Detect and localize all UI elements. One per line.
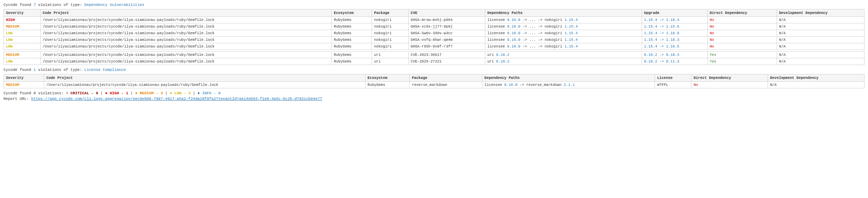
cell-project: /Users/ilyasiamionau/projects/cycode/ily… [40,37,331,43]
col-dev-dep-1: Development Dependency [777,9,864,17]
cell-direct: No [707,43,777,50]
cell-direct: No [707,23,777,30]
cell-dev-dep: N/A [768,82,864,88]
cell-project: /Users/ilyasiamionau/projects/cycode/ily… [44,82,365,88]
cell-project: /Users/ilyasiamionau/projects/cycode/ily… [40,30,331,37]
col-package-2: Package [410,74,482,82]
cell-project: /Users/ilyasiamionau/projects/cycode/ily… [40,58,331,65]
cell-upgrade: 1.15.4 -> 1.18.8 [642,30,707,37]
cell-severity: MEDIUM [4,52,41,58]
cell-severity: LOW [4,58,41,65]
col-dev-dep-2: Development Dependency [768,74,864,82]
cell-upgrade: 0.10.2 -> 0.10.3 [642,52,707,58]
cell-cve: CVE-2023-36617 [408,52,485,58]
cell-ecosystem: RubyGems [332,43,372,50]
cell-cve: GHSA-r9Sh-9x8f-r3f7 [408,43,485,50]
cell-dep-path: licensee 9.16.0 -> ... -> nokogiri 1.15.… [485,17,642,23]
cell-direct: Yes [707,58,777,65]
cell-upgrade: 1.15.4 -> 1.18.3 [642,37,707,43]
cell-dep-path: licensee 9.16.0 -> ... -> nokogiri 1.15.… [485,37,642,43]
col-code-project-2: Code Project [44,74,365,82]
col-ecosystem-1: Ecosystem [332,9,372,17]
summary-type-2: License Compliance [84,68,126,72]
col-ecosystem-2: Ecosystem [365,74,410,82]
cell-direct: No [707,17,777,23]
col-dep-paths-2: Dependency Paths [482,74,655,82]
cell-dep-path: licensee 9.16.0 -> reverse_markdown 2.1.… [482,82,655,88]
license-table: Severity Code Project Ecosystem Package … [3,74,865,88]
cell-cve: GHSA-xc9x-jj77-9p9j [408,23,485,30]
cell-severity: HIGH [4,17,41,23]
cell-dev-dep: N/A [777,17,864,23]
cell-package: nokogiri [372,43,409,50]
col-severity-1: Severity [4,9,41,17]
footer-low: ● LOW - 4 [170,91,190,95]
cell-ecosystem: RubyGems [332,23,372,30]
cell-dep-path: licensee 9.16.0 -> ... -> nokogiri 1.15.… [485,23,642,30]
col-dep-paths-1: Dependency Paths [485,9,642,17]
table-row: LOW /Users/ilyasiamionau/projects/cycode… [4,30,865,37]
cell-license: WTFPL [655,82,691,88]
footer-line: Cycode found 8 violations: ! CRITICAL - … [3,91,865,95]
col-cve: CVE [408,9,485,17]
cell-project: /Users/ilyasiamionau/projects/cycode/ily… [40,43,331,50]
col-license: License [655,74,691,82]
summary-pre-2: Cycode found [3,68,34,72]
cell-direct: No [691,82,768,88]
cell-severity: LOW [4,37,41,43]
cell-severity: MEDIUM [4,82,44,88]
cell-dep-path: uri 0.10.2 [485,58,642,65]
summary-mid-2: violations of type: [36,68,84,72]
cell-severity: MEDIUM [4,23,41,30]
cell-direct: No [707,30,777,37]
col-direct-dep-1: Direct Dependency [707,9,777,17]
cell-cve: GHSA-mrxw-mxhj-p664 [408,17,485,23]
cell-severity: LOW [4,30,41,37]
cell-upgrade: 0.10.2 -> 0.11.3 [642,58,707,65]
cell-dev-dep: N/A [777,52,864,58]
cell-package: nokogiri [372,37,409,43]
cell-cve: GHSA-Sw6v-399v-w3cc [408,30,485,37]
cell-dev-dep: N/A [777,37,864,43]
cell-package: uri [372,58,409,65]
col-package-1: Package [372,9,409,17]
col-severity-2: Severity [4,74,44,82]
cell-dep-path: licensee 9.16.0 -> ... -> nokogiri 1.15.… [485,43,642,50]
table-row: LOW /Users/ilyasiamionau/projects/cycode… [4,37,865,43]
cell-dev-dep: N/A [777,30,864,37]
cell-dev-dep: N/A [777,43,864,50]
table-row: MEDIUM /Users/ilyasiamionau/projects/cyc… [4,82,865,88]
cell-severity: LOW [4,43,41,50]
cell-ecosystem: RubyGems [332,30,372,37]
summary-pre-1: Cycode found [3,3,34,7]
cell-upgrade: 1.15.4 -> 1.15.6 [642,23,707,30]
cell-package: nokogiri [372,17,409,23]
cell-ecosystem: RubyGems [332,52,372,58]
cell-package: uri [372,52,409,58]
footer-info: ● INFO - 0 [198,91,221,95]
table-row: LOW /Users/ilyasiamionau/projects/cycode… [4,43,865,50]
table-row: LOW /Users/ilyasiamionau/projects/cycode… [4,58,865,65]
cell-upgrade: 1.15.4 -> 1.18.4 [642,17,707,23]
cell-dev-dep: N/A [777,58,864,65]
summary-type-1: Dependency Vulnerabilities [84,3,144,7]
cell-project: /Users/ilyasiamionau/projects/cycode/ily… [40,23,331,30]
report-line: Report URL: https://app.cycode.com/cli-l… [3,97,865,101]
cell-project: /Users/ilyasiamionau/projects/cycode/ily… [40,17,331,23]
cell-direct: Yes [707,52,777,58]
cell-ecosystem: RubyGems [365,82,410,88]
report-url[interactable]: https://app.cycode.com/cli-logs-aggregat… [31,97,322,101]
col-code-project-1: Code Project [40,9,331,17]
cell-package: nokogiri [372,30,409,37]
cell-ecosystem: RubyGems [332,17,372,23]
summary-mid-1: violations of type: [36,3,84,7]
footer-high: ● HIGH - 1 [105,91,128,95]
table-row: HIGH /Users/ilyasiamionau/projects/cycod… [4,17,865,23]
cell-ecosystem: RubyGems [332,58,372,65]
cell-dep-path: licensee 9.16.0 -> ... -> nokogiri 1.15.… [485,30,642,37]
table-row: MEDIUM /Users/ilyasiamionau/projects/cyc… [4,23,865,30]
cell-cve: CVE-2025-27221 [408,58,485,65]
footer-medium: ● MEDIUM - 3 [135,91,163,95]
cell-upgrade: 1.15.4 -> 1.16.5 [642,43,707,50]
cell-direct: No [707,37,777,43]
